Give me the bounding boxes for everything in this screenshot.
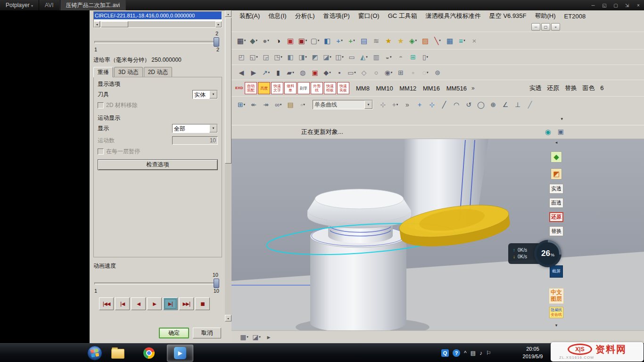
clock[interactable]: 20:05 2019/5/9 [518,346,548,361]
menu-item[interactable]: 帮助(H) [531,10,560,22]
chinese-layer-button[interactable]: 中文图层 [549,288,564,304]
combo-caret-icon[interactable]: ▼ [364,100,372,109]
toolbar-icon[interactable]: ◉▾ [383,67,394,78]
curve-type-combo[interactable]: 单条曲线 ▼ [313,100,373,109]
toolbar-icon[interactable]: ▮▾ [272,67,284,78]
scroll-right-icon[interactable]: ▸ [215,21,222,27]
toolbar-icon[interactable]: ▣▾ [297,35,308,46]
toolbar-icon[interactable]: ▭▾ [346,51,357,63]
playback-button[interactable]: ◀ [131,297,146,310]
toolbar-icon[interactable]: ▦▾ [239,331,250,343]
toolbar-icon[interactable]: ▦▾ [444,35,455,46]
quick-tool-button[interactable]: 刻字 [297,82,310,94]
solid-translucent-button[interactable]: 实透 [549,184,563,194]
toolbar-icon[interactable]: ⊞▾ [407,51,419,63]
toolbar-icon[interactable]: ▨▾ [420,35,431,46]
combo-caret-icon[interactable]: ▼ [209,90,217,99]
tab-replay[interactable]: 重播 [93,67,113,77]
menu-item[interactable]: 信息(I) [264,10,290,22]
checkbox-icon[interactable] [98,148,104,155]
toolbar-icon[interactable]: ▶▾ [248,67,259,78]
toolbar-icon[interactable]: ◳▾ [272,51,284,63]
toolbar-icon[interactable]: ◩▾ [309,51,321,63]
progress-circle[interactable]: 26 % [534,240,561,267]
globe-icon[interactable]: ◉ [545,128,551,136]
toolbar-icon[interactable]: ∞▾ [272,99,284,110]
toolbar-icon[interactable]: ▢▾ [309,35,321,46]
flanged-cap[interactable] [307,189,411,228]
toolbar-icon[interactable]: ◪▾ [251,331,262,343]
restore-button[interactable]: 还原 [549,212,563,222]
toolbar-icon[interactable]: ◫▾ [334,51,345,63]
toolbar-icon[interactable]: ⊥▾ [512,99,523,110]
selected-toolpath-line[interactable]: CIRCLE/-221.811,-18.416,0.000,0.0000000 [94,12,222,19]
dialog-vscrollbar[interactable]: ▴ ▾ [225,10,231,321]
tray-icon[interactable]: ♪ [479,350,482,356]
playback-button[interactable]: ▶| [163,297,178,310]
toolbar-icon[interactable]: ◱▾ [248,51,259,63]
toolbar-icon[interactable]: ▪▾ [334,67,345,78]
menu-item[interactable]: GC 工具箱 [384,10,421,22]
viewport-3d[interactable]: ◂ ◆ ◩ 实透 面透 还原 替换 截屏 中文图层 隐藏线变齿线 ▾ [231,139,644,330]
toolbar-icon[interactable]: ○▾ [371,67,382,78]
menu-item[interactable]: 窗口(O) [354,10,384,22]
toolbar-icon[interactable]: ╱▾ [524,99,536,110]
toolbar-icon[interactable]: ◌▾ [420,67,431,78]
toolbar-icon[interactable]: ★▾ [395,35,406,46]
nx-minimize-button[interactable]: ─ [531,23,540,31]
check-options-button[interactable]: 检查选项 [98,159,218,170]
toolbar-icon[interactable]: ◓▾ [395,51,406,63]
toolbar-icon[interactable]: +▾ [346,35,357,46]
playback-button[interactable]: ▶▶| [179,297,194,310]
hscroll-track[interactable] [100,21,215,27]
maximize-button[interactable]: ▢ [610,0,621,10]
toolpath-position-slider[interactable] [93,37,222,46]
toolbar-icon[interactable]: ◇▾ [358,67,370,78]
toolbar-icon[interactable]: ◧▾ [322,35,333,46]
viewport-canvas[interactable] [231,139,644,330]
toolbar-icon[interactable]: ≡▾ [456,35,468,46]
toolbar-icon[interactable]: ◆▾ [248,35,259,46]
toolbar-icon[interactable]: +▾ [414,99,425,110]
quick-tool-button[interactable]: 自动装配 [245,82,257,94]
toolbar-icon[interactable]: ◨▾ [297,51,308,63]
toolbar-icon[interactable]: »▾ [402,99,413,110]
expand-arrow-icon[interactable]: ▾ [555,323,558,329]
tray-icon[interactable]: ⚐ [486,350,491,356]
toolbar-icon[interactable]: ◯▾ [475,99,487,110]
toolbar-icon[interactable]: ◲▾ [260,51,272,63]
replace-button[interactable]: 替换 [549,226,563,236]
toolbar-icon[interactable]: ↠▾ [260,99,272,110]
toolbar-icon[interactable]: ⊹▾ [377,99,388,110]
playback-button[interactable]: |◀ [115,297,130,310]
toolbar-icon[interactable]: ◆▾ [322,67,333,78]
toolbar-icon[interactable]: ◒▾ [383,51,394,63]
menu-item[interactable]: 装配(A) [235,10,264,22]
fullscreen-button[interactable]: ⇲ [621,0,633,10]
layer-diamond-icon[interactable]: ◆ [551,151,562,163]
nx-close-button[interactable]: × [551,23,560,31]
toolbar-overflow-icon[interactable]: » [471,85,475,91]
dropdown-caret-icon[interactable]: ▾ [561,116,563,121]
toolbar-icon[interactable]: ▫▾ [297,99,308,110]
tray-icon[interactable]: ▤ [471,350,476,356]
toolbar-icon[interactable]: ◠▾ [451,99,462,110]
cancel-button[interactable]: 取消 [193,328,221,338]
toolbar-icon[interactable]: ▥▾ [371,51,382,63]
toolbar-icon[interactable]: ▦▾ [236,35,247,46]
animation-speed-slider[interactable] [93,279,222,287]
toolbar-icon[interactable]: ◪▾ [322,51,333,63]
close-button[interactable]: × [633,0,644,10]
toolbar-icon[interactable]: ◈▾ [407,35,419,46]
toolbar-icon[interactable]: ⊕▾ [487,99,499,110]
toolbar-icon[interactable]: ⊞▾ [236,99,247,110]
combo-caret-icon[interactable]: ▼ [209,124,217,132]
toolpath-listbox[interactable]: CIRCLE/-221.811,-18.416,0.000,0.0000000 … [93,11,222,28]
window-icon[interactable]: ▣ [558,128,564,136]
quick-tool-button[interactable]: 做料单 [284,82,297,94]
scroll-down-icon[interactable]: ▾ [225,315,231,321]
view-mode-labels[interactable]: 实透 还原 替换 面色 6 [529,84,604,92]
taskbar-potplayer-button[interactable]: ▶ [167,345,193,362]
menu-item[interactable]: 首选项(P) [319,10,354,22]
hidden-line-button[interactable]: 隐藏线变齿线 [549,307,563,318]
